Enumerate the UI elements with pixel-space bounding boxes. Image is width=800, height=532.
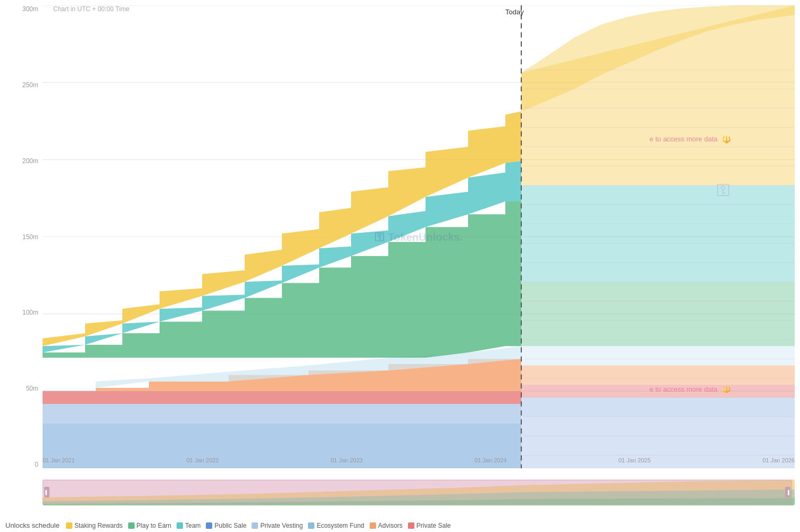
upgrade-text-bottom-label: e to access more data [649, 385, 718, 393]
legend-label-advisors: Advisors [378, 522, 403, 529]
y-label-150: 150m [5, 233, 43, 241]
upgrade-text-bottom[interactable]: e to access more data 🔱 [649, 385, 731, 393]
legend: Unlocks schedule Staking Rewards Play to… [0, 521, 800, 529]
upgrade-text-top[interactable]: e to access more data 🔱 [649, 135, 731, 143]
y-label-50: 50m [5, 385, 43, 392]
upgrade-text-top-label: e to access more data [649, 135, 718, 143]
scrollbar-left-handle[interactable]: ▌ [44, 487, 49, 497]
x-label-2022: 01 Jan 2022 [187, 457, 219, 463]
scrollbar-area[interactable]: ▌ ▐ [43, 479, 795, 505]
legend-item-ecosystem: Ecosystem Fund [308, 522, 364, 529]
legend-item-play: Play to Earn [128, 522, 171, 529]
upgrade-icon-top: 🔱 [722, 135, 731, 143]
legend-item-advisors: Advisors [370, 522, 403, 529]
chart-svg-area: Today ⚿ TokenUnlocks. ⚿ e to access more… [43, 5, 795, 468]
legend-dot-staking [66, 522, 72, 529]
chart-svg [43, 5, 795, 468]
chart-container: Chart in UTC + 00:00 Time 0 50m 100m 150… [0, 0, 800, 532]
y-label-100: 100m [5, 309, 43, 316]
legend-dot-private-sale [408, 522, 414, 529]
x-axis: 01 Jan 2021 01 Jan 2022 01 Jan 2023 01 J… [43, 452, 795, 468]
lock-icon-right: ⚿ [716, 181, 731, 199]
legend-label-staking: Staking Rewards [74, 522, 123, 529]
today-label: Today [505, 8, 524, 16]
x-label-2025: 01 Jan 2025 [619, 457, 651, 463]
legend-dot-private-vesting [252, 522, 258, 529]
legend-label-ecosystem: Ecosystem Fund [316, 522, 364, 529]
y-label-200: 200m [5, 157, 43, 165]
upgrade-icon-bottom: 🔱 [722, 385, 731, 393]
legend-label-private-vesting: Private Vesting [260, 522, 303, 529]
legend-label-private-sale: Private Sale [416, 522, 451, 529]
x-label-2026: 01 Jan 2026 [762, 457, 795, 463]
x-label-2021: 01 Jan 2021 [43, 457, 75, 463]
y-label-250: 250m [5, 81, 43, 89]
scrollbar-right-handle[interactable]: ▐ [785, 487, 790, 497]
legend-item-public-sale: Public Sale [206, 522, 246, 529]
x-label-2023: 01 Jan 2023 [330, 457, 363, 463]
legend-dot-team [177, 522, 183, 529]
legend-label-play: Play to Earn [137, 522, 171, 529]
legend-title: Unlocks schedule [5, 521, 60, 529]
scrollbar-thumb[interactable] [43, 480, 792, 504]
legend-dot-play [128, 522, 135, 529]
legend-item-team: Team [177, 522, 201, 529]
y-axis: 0 50m 100m 150m 200m 250m 300m [5, 5, 43, 468]
x-label-2024: 01 Jan 2024 [474, 457, 507, 463]
legend-item-staking: Staking Rewards [66, 522, 123, 529]
y-label-0: 0 [5, 461, 43, 468]
legend-label-team: Team [185, 522, 201, 529]
legend-item-private-vesting: Private Vesting [252, 522, 303, 529]
legend-dot-ecosystem [308, 522, 314, 529]
legend-label-public-sale: Public Sale [214, 522, 246, 529]
y-label-300: 300m [5, 5, 43, 13]
legend-item-private-sale: Private Sale [408, 522, 451, 529]
legend-dot-public-sale [206, 522, 212, 529]
legend-dot-advisors [370, 522, 376, 529]
